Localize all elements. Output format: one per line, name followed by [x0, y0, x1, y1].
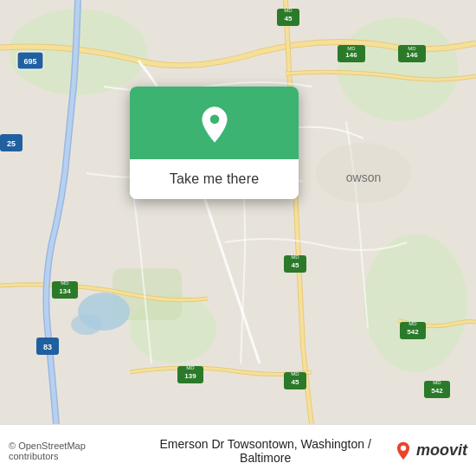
svg-text:MD: MD	[61, 280, 69, 286]
svg-text:MD: MD	[347, 46, 356, 51]
svg-text:146: 146	[345, 51, 357, 59]
svg-text:83: 83	[43, 343, 52, 351]
svg-text:MD: MD	[408, 46, 416, 51]
svg-text:MD: MD	[284, 8, 293, 13]
location-popup: Take me there	[130, 87, 299, 199]
map-svg: 695 45 MD 146 MD 146 MD 45 MD 45 MD 134 …	[0, 0, 476, 424]
svg-text:MD: MD	[291, 371, 299, 376]
moovit-logo-area: moovit	[394, 441, 467, 460]
svg-point-45	[401, 445, 406, 450]
moovit-pin-icon	[394, 441, 413, 460]
svg-point-2	[338, 17, 459, 121]
svg-text:45: 45	[292, 378, 299, 386]
svg-point-3	[363, 234, 467, 372]
moovit-text: moovit	[416, 441, 467, 460]
footer: © OpenStreetMap contributors Emerson Dr …	[0, 424, 476, 476]
location-title: Emerson Dr Towsontown, Washington / Balt…	[137, 437, 394, 465]
map-area: 695 45 MD 146 MD 146 MD 45 MD 45 MD 134 …	[0, 0, 476, 424]
svg-text:45: 45	[285, 15, 293, 23]
svg-text:542: 542	[431, 387, 443, 395]
svg-text:owson: owson	[346, 170, 381, 184]
svg-text:139: 139	[184, 372, 196, 380]
svg-text:MD: MD	[408, 321, 417, 326]
map-attribution: © OpenStreetMap contributors	[9, 441, 137, 461]
svg-text:MD: MD	[433, 380, 441, 385]
svg-text:695: 695	[23, 57, 36, 66]
svg-text:MD: MD	[291, 254, 299, 260]
svg-point-44	[209, 115, 219, 125]
svg-text:134: 134	[59, 287, 71, 295]
svg-text:MD: MD	[186, 365, 195, 370]
svg-text:146: 146	[406, 51, 418, 59]
location-pin-icon	[196, 106, 234, 144]
svg-text:25: 25	[7, 139, 16, 148]
svg-point-7	[71, 314, 102, 335]
popup-header	[130, 87, 299, 159]
take-me-there-button[interactable]: Take me there	[130, 159, 299, 199]
svg-text:542: 542	[407, 328, 419, 336]
svg-text:45: 45	[292, 261, 299, 269]
